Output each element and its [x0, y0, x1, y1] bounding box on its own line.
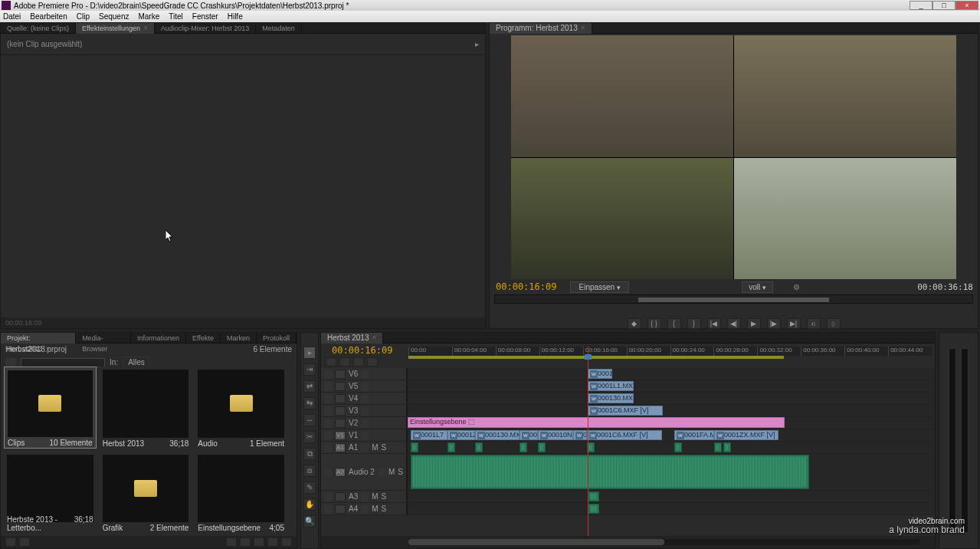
- clip[interactable]: [723, 442, 731, 452]
- track-header[interactable]: V6: [321, 368, 407, 380]
- menu-titel[interactable]: Titel: [169, 12, 183, 21]
- clip[interactable]: [519, 442, 527, 452]
- timeline-ruler[interactable]: 00:0000:00:04:0000:00:08:0000:00:12:0000…: [408, 347, 932, 356]
- clip[interactable]: [714, 442, 722, 452]
- menu-fenster[interactable]: Fenster: [192, 12, 218, 21]
- clip[interactable]: [447, 442, 455, 452]
- bin-icon[interactable]: [5, 358, 16, 367]
- clip[interactable]: w0001C6.MXF [V]: [587, 430, 662, 440]
- ripple-edit-tool[interactable]: ⇄: [303, 380, 316, 393]
- tl-settings-button[interactable]: [367, 357, 378, 367]
- close-button[interactable]: ×: [955, 1, 978, 10]
- mark-out-button[interactable]: { }: [647, 318, 661, 329]
- project-item[interactable]: Clips10 Elemente: [4, 367, 97, 449]
- new-item-button[interactable]: [267, 537, 278, 547]
- find-button[interactable]: [240, 537, 251, 547]
- track-header[interactable]: A1A1MS: [321, 442, 407, 453]
- track-content[interactable]: w0001L7w0001ZAw000130.MXFw0001w00010Nw00…: [407, 429, 935, 441]
- clip[interactable]: w0001L1.MXF [V]: [588, 381, 634, 391]
- pen-tool[interactable]: ✎: [303, 482, 316, 494]
- tab-quelle-keine-clips-[interactable]: Quelle: (keine Clips): [1, 23, 76, 34]
- project-item[interactable]: Einstellungsebene4;05: [195, 452, 287, 534]
- zoom-tool[interactable]: 🔍: [303, 515, 316, 528]
- tab-effekte[interactable]: Effekte: [186, 333, 221, 344]
- track-content[interactable]: wIntroEinstellungsebene ⬚: [407, 417, 935, 429]
- clip[interactable]: [411, 442, 418, 452]
- clip[interactable]: w0001L7: [411, 430, 447, 440]
- track-content[interactable]: w000130.MXF [V]: [407, 393, 935, 404]
- track-header[interactable]: V5: [321, 380, 407, 392]
- track-content[interactable]: w0001L1.MXF [V]: [407, 380, 935, 392]
- go-next-button[interactable]: |▶: [767, 318, 781, 329]
- clip-adjustment-layer[interactable]: Einstellungsebene ⬚: [408, 417, 785, 428]
- timeline-timecode[interactable]: 00:00:16:09: [332, 345, 392, 356]
- tab-audioclip-mixer-herbst-[interactable]: Audioclip-Mixer: Herbst 2013: [155, 23, 257, 34]
- clip[interactable]: w00010N: [538, 430, 573, 440]
- clip[interactable]: w0001: [519, 430, 538, 440]
- timeline-work-area[interactable]: [408, 356, 784, 359]
- clip[interactable]: [475, 442, 483, 452]
- track-header[interactable]: A4MS: [321, 503, 407, 514]
- step-back-button[interactable]: |◀: [707, 318, 721, 329]
- rolling-edit-tool[interactable]: ⇆: [303, 397, 316, 409]
- menu-datei[interactable]: Datei: [3, 12, 21, 21]
- timeline-playhead[interactable]: [588, 347, 588, 536]
- clip[interactable]: [588, 504, 599, 514]
- step-fwd-button[interactable]: ▶: [747, 318, 761, 329]
- clip[interactable]: w0001C6.MXF [V]: [588, 406, 663, 416]
- go-in-button[interactable]: {: [667, 318, 681, 329]
- track-header[interactable]: V4: [321, 393, 407, 404]
- slide-tool[interactable]: ⧈: [303, 465, 316, 477]
- auto-sequence-button[interactable]: [226, 537, 237, 547]
- list-view-button[interactable]: [5, 537, 16, 547]
- project-search-input[interactable]: [21, 358, 105, 367]
- track-header[interactable]: A3MS: [321, 491, 407, 502]
- delete-button[interactable]: [281, 537, 292, 547]
- clip[interactable]: w0001ZX.MXF [V]: [714, 430, 778, 440]
- slip-tool[interactable]: ⧉: [303, 448, 316, 460]
- clip[interactable]: w0001ZA: [447, 430, 475, 440]
- lift-button[interactable]: ▶|: [787, 318, 801, 329]
- tab-effekteinstellungen[interactable]: Effekteinstellungen×: [76, 23, 155, 34]
- marker-button[interactable]: [353, 357, 364, 367]
- program-time-ruler[interactable]: [494, 294, 973, 304]
- clip[interactable]: w0001L: [573, 430, 587, 440]
- tab-projekt-herbst-[interactable]: Projekt: Herbst2013×: [1, 333, 76, 344]
- tab-sequence[interactable]: Herbst 2013×: [321, 333, 383, 344]
- track-content[interactable]: [407, 503, 935, 514]
- icon-view-button[interactable]: [19, 537, 30, 547]
- menu-clip[interactable]: Clip: [77, 12, 90, 21]
- track-select-tool[interactable]: ⇥: [303, 363, 316, 376]
- rate-stretch-tool[interactable]: ↔: [303, 414, 316, 426]
- track-header[interactable]: V2: [321, 417, 407, 429]
- menu-sequenz[interactable]: Sequenz: [99, 12, 129, 21]
- clip[interactable]: w000130.MXF: [475, 430, 519, 440]
- timeline-zoom-bar[interactable]: [408, 539, 919, 545]
- project-item[interactable]: Grafik2 Elemente: [100, 452, 192, 534]
- tab-media-browser[interactable]: Media-Browser: [76, 333, 131, 344]
- hand-tool[interactable]: ✋: [303, 498, 316, 511]
- clip[interactable]: [538, 442, 546, 452]
- clip[interactable]: [411, 455, 809, 489]
- tab-marken[interactable]: Marken: [221, 333, 257, 344]
- track-header[interactable]: V3: [321, 405, 407, 416]
- program-video[interactable]: [511, 35, 956, 279]
- minimize-button[interactable]: _: [910, 1, 932, 10]
- tab-program[interactable]: Programm: Herbst 2013×: [490, 23, 592, 34]
- fit-dropdown[interactable]: Einpassen ▾: [570, 281, 628, 293]
- track-content[interactable]: w0001C6.MXF [V]: [407, 405, 935, 416]
- project-item[interactable]: Audio1 Element: [195, 367, 287, 449]
- selection-tool[interactable]: ▸: [303, 347, 316, 359]
- track-content[interactable]: [407, 454, 935, 490]
- track-header[interactable]: A2Audio 2MS: [321, 454, 407, 490]
- project-item[interactable]: Herbst 201336;18: [100, 367, 192, 449]
- track-content[interactable]: w0001FA.MXF: [407, 368, 935, 380]
- tab-metadaten[interactable]: Metadaten: [256, 23, 302, 34]
- tab-informationen[interactable]: Informationen: [131, 333, 186, 344]
- track-header[interactable]: V1V1: [321, 429, 407, 441]
- razor-tool[interactable]: ✂: [303, 431, 316, 443]
- clip[interactable]: w0001FA.MXF: [588, 369, 612, 379]
- go-out-button[interactable]: }: [687, 318, 701, 329]
- linked-sel-button[interactable]: [339, 357, 350, 367]
- play-button[interactable]: ◀|: [727, 318, 741, 329]
